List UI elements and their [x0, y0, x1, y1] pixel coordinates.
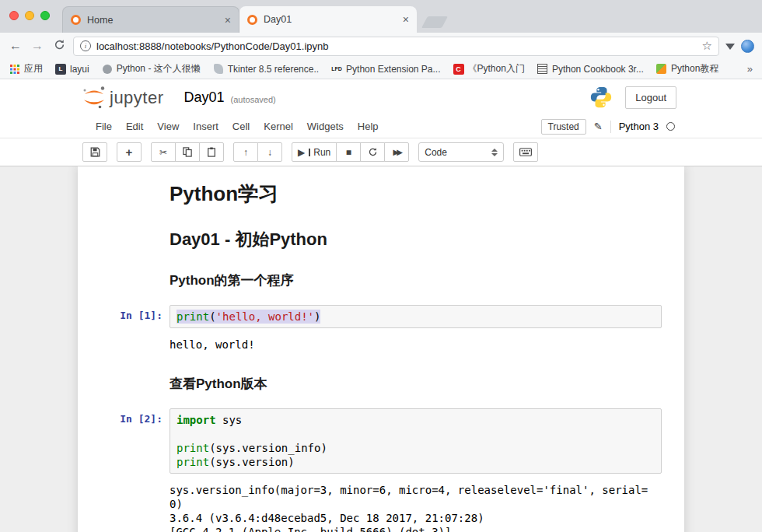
- floppy-icon: [90, 147, 100, 157]
- menu-edit[interactable]: Edit: [119, 121, 150, 132]
- reload-icon[interactable]: [51, 39, 67, 54]
- stop-icon: ■: [346, 148, 351, 157]
- bookmark-star-icon[interactable]: ☆: [702, 39, 712, 53]
- bookmarks-overflow-icon[interactable]: »: [747, 63, 753, 75]
- tab-day01[interactable]: Day01 ×: [239, 6, 417, 33]
- bookmarks-bar: 应用 L layui Python - 这个人很懒 Tkinter 8.5 re…: [0, 59, 762, 79]
- tab-home[interactable]: Home ×: [62, 6, 239, 33]
- output-area-2: sys.version_info(major=3, minor=6, micro…: [89, 480, 673, 532]
- forward-icon[interactable]: →: [30, 39, 45, 53]
- jupyter-logo[interactable]: jupyter: [81, 86, 164, 109]
- markdown-heading1-cell[interactable]: Python学习: [170, 180, 673, 208]
- trusted-badge[interactable]: Trusted: [541, 119, 586, 135]
- feather-favicon-icon: [214, 64, 223, 74]
- menu-bar: File Edit View Insert Cell Kernel Widget…: [0, 115, 762, 138]
- bookmark-label: Python教程: [671, 62, 718, 75]
- edit-mode-pencil-icon: ✎: [594, 121, 603, 132]
- tab-close-icon[interactable]: ×: [403, 14, 409, 25]
- notebook-toolbar: + ✂ ↑ ↓ ▶ Run ■ ▶▶ Code: [0, 138, 762, 166]
- dropdown-arrows-icon: [491, 149, 498, 156]
- paste-icon: [207, 147, 216, 157]
- add-cell-button[interactable]: +: [117, 142, 142, 162]
- code-input-area[interactable]: import sys print(sys.version_info)print(…: [170, 408, 662, 474]
- cut-cell-button[interactable]: ✂: [151, 142, 176, 162]
- code-cell-1[interactable]: In [1]: print('hello, world!'): [89, 305, 673, 328]
- bookmark-layui[interactable]: L layui: [55, 64, 89, 75]
- tab-close-icon[interactable]: ×: [225, 15, 231, 26]
- bookmark-python-extension[interactable]: LFD Python Extension Pa...: [331, 64, 440, 75]
- autosave-status: (autosaved): [231, 90, 276, 104]
- minimize-window-button[interactable]: [25, 11, 34, 20]
- menu-cell[interactable]: Cell: [225, 121, 257, 132]
- command-palette-button[interactable]: [513, 142, 538, 162]
- paste-cell-button[interactable]: [199, 142, 224, 162]
- move-cell-down-button[interactable]: ↓: [257, 142, 282, 162]
- bookmark-label: 应用: [24, 62, 43, 75]
- bookmark-label: Python Extension Pa...: [346, 64, 440, 75]
- jupyter-header: jupyter Day01 (autosaved) Logout: [0, 79, 762, 115]
- bookmark-tkinter[interactable]: Tkinter 8.5 reference..: [213, 64, 319, 75]
- bookmark-python-cookbook[interactable]: Python Cookbook 3r...: [537, 64, 644, 75]
- url-text[interactable]: localhost:8888/notebooks/PythonCode/Day0…: [96, 40, 697, 52]
- fullscreen-window-button[interactable]: [40, 11, 50, 20]
- markdown-heading2-cell[interactable]: Day01 - 初始Python: [170, 228, 673, 251]
- restart-run-all-button[interactable]: ▶▶: [384, 142, 409, 162]
- kernel-name: Python 3: [619, 121, 659, 132]
- restart-icon: [368, 147, 378, 157]
- menu-file[interactable]: File: [89, 121, 119, 132]
- restart-kernel-button[interactable]: [360, 142, 385, 162]
- book-favicon-icon: [537, 64, 547, 74]
- notebook-container: Python学习 Day01 - 初始Python Python的第一个程序 I…: [78, 166, 684, 532]
- code-cell-2[interactable]: In [2]: import sys print(sys.version_inf…: [89, 408, 673, 474]
- tab-strip: Home × Day01 ×: [62, 6, 417, 33]
- copy-icon: [183, 147, 192, 157]
- tab-bar: Home × Day01 ×: [0, 0, 762, 33]
- gray-favicon-icon: [103, 65, 112, 74]
- menu-help[interactable]: Help: [351, 121, 386, 132]
- copy-cell-button[interactable]: [175, 142, 200, 162]
- bookmark-apps[interactable]: 应用: [9, 62, 43, 75]
- menu-insert[interactable]: Insert: [186, 121, 225, 132]
- bookmark-python-intro[interactable]: C 《Python入门: [453, 62, 525, 75]
- run-label: Run: [313, 147, 330, 158]
- output-area-1: hello, world!: [89, 334, 673, 355]
- cell-type-dropdown[interactable]: Code: [418, 142, 504, 162]
- plus-icon: +: [126, 146, 133, 158]
- notebook-title[interactable]: Day01: [184, 89, 225, 106]
- lfd-favicon-icon: LFD: [331, 64, 342, 75]
- jupyter-favicon-icon: [247, 15, 257, 25]
- input-prompt: In [2]:: [89, 408, 170, 474]
- colorful-favicon-icon: [656, 64, 666, 74]
- menu-widgets[interactable]: Widgets: [300, 121, 351, 132]
- window-controls: [9, 11, 50, 20]
- save-button[interactable]: [82, 142, 107, 162]
- address-bar[interactable]: i localhost:8888/notebooks/PythonCode/Da…: [73, 37, 719, 56]
- bookmark-label: Python Cookbook 3r...: [552, 64, 644, 75]
- run-cell-button[interactable]: ▶ Run: [292, 142, 337, 162]
- code-input-area[interactable]: print('hello, world!'): [170, 305, 662, 328]
- jupyter-logo-icon: [81, 86, 107, 109]
- bookmark-python-tutorial[interactable]: Python教程: [656, 62, 718, 75]
- interrupt-kernel-button[interactable]: ■: [336, 142, 361, 162]
- extension-globe-icon[interactable]: [741, 40, 754, 53]
- output-prompt: [89, 334, 170, 355]
- output-text: hello, world!: [170, 334, 662, 355]
- back-icon[interactable]: ←: [8, 39, 23, 53]
- download-icon[interactable]: [725, 44, 735, 50]
- output-text: sys.version_info(major=3, minor=6, micro…: [170, 480, 662, 532]
- bookmark-python-blog[interactable]: Python - 这个人很懒: [102, 62, 201, 75]
- notebook-scroll-area[interactable]: Python学习 Day01 - 初始Python Python的第一个程序 I…: [0, 166, 762, 532]
- markdown-heading3-cell[interactable]: Python的第一个程序: [170, 271, 673, 289]
- layui-favicon-icon: L: [55, 64, 66, 75]
- arrow-down-icon: ↓: [267, 148, 272, 157]
- input-prompt: In [1]:: [89, 305, 170, 328]
- site-info-icon[interactable]: i: [80, 40, 91, 51]
- move-cell-up-button[interactable]: ↑: [233, 142, 258, 162]
- new-tab-button[interactable]: [421, 16, 448, 28]
- menu-kernel[interactable]: Kernel: [257, 121, 300, 132]
- close-window-button[interactable]: [9, 11, 19, 20]
- markdown-heading3-cell[interactable]: 查看Python版本: [170, 375, 673, 393]
- logout-button[interactable]: Logout: [625, 86, 676, 109]
- python-logo-icon: [589, 86, 613, 109]
- menu-view[interactable]: View: [150, 121, 186, 132]
